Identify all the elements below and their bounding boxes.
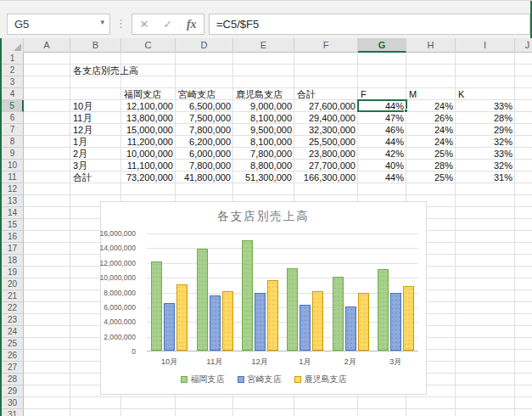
chevron-down-icon[interactable]: ▾ [100, 18, 104, 26]
cell-H8[interactable]: 24% [406, 136, 456, 148]
cell-G7[interactable]: 46% [358, 124, 406, 136]
sales-chart[interactable]: 各支店別売上高 02,000,0004,000,0006,000,0008,00… [100, 201, 427, 395]
cell-C9[interactable]: 10,000,000 [121, 148, 176, 160]
row-header-9[interactable]: 9 [2, 148, 24, 160]
cell-F5[interactable]: 27,600,000 [294, 100, 358, 112]
cell-E5[interactable]: 9,000,000 [233, 100, 294, 112]
name-box[interactable]: G5 ▾ [7, 14, 110, 35]
row-header-10[interactable]: 10 [2, 160, 24, 171]
cell-E6[interactable]: 8,100,000 [233, 112, 294, 124]
cell-B2[interactable]: 各支店別売上高 [70, 65, 172, 76]
cell-C11[interactable]: 73,200,000 [121, 171, 176, 183]
cell-H5[interactable]: 24% [406, 100, 456, 112]
cell-C10[interactable]: 11,100,000 [121, 160, 176, 171]
cell-G6[interactable]: 47% [358, 112, 406, 124]
cell-F10[interactable]: 27,700,000 [294, 160, 358, 171]
row-header-5[interactable]: 5 [2, 100, 24, 112]
cell-I8[interactable]: 32% [456, 136, 515, 148]
cell-F11[interactable]: 166,300,000 [294, 171, 358, 183]
cell-D5[interactable]: 6,500,000 [176, 100, 233, 112]
row-header-31[interactable]: 31 [2, 409, 24, 416]
cell-G11[interactable]: 44% [358, 171, 406, 183]
cancel-icon[interactable]: ✕ [139, 18, 148, 31]
row-header-29[interactable]: 29 [2, 385, 24, 397]
cell-E9[interactable]: 7,800,000 [233, 148, 294, 160]
select-all-corner[interactable] [2, 38, 24, 53]
cell-I6[interactable]: 28% [456, 112, 515, 124]
insert-function-icon[interactable]: fx [187, 18, 197, 31]
row-header-27[interactable]: 27 [2, 362, 24, 374]
column-header-E[interactable]: E [233, 38, 294, 53]
cell-F8[interactable]: 25,500,000 [294, 136, 358, 148]
formula-input[interactable]: =C5/$F5 [209, 14, 530, 35]
cell-D6[interactable]: 7,500,000 [176, 112, 233, 124]
row-header-11[interactable]: 11 [2, 171, 24, 183]
cell-D9[interactable]: 6,000,000 [176, 148, 233, 160]
cell-F6[interactable]: 29,400,000 [294, 112, 358, 124]
row-header-14[interactable]: 14 [2, 207, 24, 219]
row-header-13[interactable]: 13 [2, 195, 24, 207]
row-header-23[interactable]: 23 [2, 314, 24, 326]
row-header-4[interactable]: 4 [2, 88, 24, 100]
row-header-22[interactable]: 22 [2, 302, 24, 314]
cell-F7[interactable]: 32,300,000 [294, 124, 358, 136]
row-header-19[interactable]: 19 [2, 267, 24, 278]
row-header-28[interactable]: 28 [2, 374, 24, 385]
row-header-16[interactable]: 16 [2, 231, 24, 243]
row-header-6[interactable]: 6 [2, 112, 24, 124]
row-header-12[interactable]: 12 [2, 183, 24, 195]
row-header-15[interactable]: 15 [2, 219, 24, 231]
column-header-I[interactable]: I [456, 38, 515, 53]
cell-G10[interactable]: 40% [358, 160, 406, 171]
cell-E11[interactable]: 51,300,000 [233, 171, 294, 183]
column-header-H[interactable]: H [406, 38, 456, 53]
row-header-2[interactable]: 2 [2, 65, 24, 76]
row-header-17[interactable]: 17 [2, 243, 24, 255]
cell-E7[interactable]: 9,500,000 [233, 124, 294, 136]
confirm-icon[interactable]: ✓ [163, 18, 172, 31]
cell-E10[interactable]: 8,800,000 [233, 160, 294, 171]
row-header-7[interactable]: 7 [2, 124, 24, 136]
column-header-J[interactable]: J [515, 38, 532, 53]
cell-C7[interactable]: 15,000,000 [121, 124, 176, 136]
cell-G8[interactable]: 44% [358, 136, 406, 148]
row-header-30[interactable]: 30 [2, 397, 24, 409]
cell-H9[interactable]: 25% [406, 148, 456, 160]
cell-I11[interactable]: 31% [456, 171, 515, 183]
cell-I7[interactable]: 29% [456, 124, 515, 136]
row-header-18[interactable]: 18 [2, 255, 24, 267]
cell-D11[interactable]: 41,800,000 [176, 171, 233, 183]
column-header-A[interactable]: A [24, 38, 70, 53]
cell-F9[interactable]: 23,800,000 [294, 148, 358, 160]
cell-D10[interactable]: 7,800,000 [176, 160, 233, 171]
row-header-3[interactable]: 3 [2, 76, 24, 88]
fill-handle[interactable] [404, 109, 408, 113]
row-header-26[interactable]: 26 [2, 350, 24, 362]
cell-H10[interactable]: 28% [406, 160, 456, 171]
row-header-20[interactable]: 20 [2, 278, 24, 290]
cell-C6[interactable]: 13,800,000 [121, 112, 176, 124]
cell-H6[interactable]: 26% [406, 112, 456, 124]
cell-I9[interactable]: 33% [456, 148, 515, 160]
cell-I5[interactable]: 33% [456, 100, 515, 112]
cell-D7[interactable]: 7,800,000 [176, 124, 233, 136]
column-header-C[interactable]: C [121, 38, 176, 53]
spreadsheet-grid[interactable]: 各支店別売上高 02,000,0004,000,0006,000,0008,00… [0, 38, 532, 416]
cell-I4[interactable]: K [456, 88, 532, 100]
cell-C5[interactable]: 12,100,000 [121, 100, 176, 112]
column-header-F[interactable]: F [294, 38, 358, 53]
row-header-25[interactable]: 25 [2, 338, 24, 350]
cell-C8[interactable]: 11,200,000 [121, 136, 176, 148]
column-header-G[interactable]: G [358, 38, 406, 53]
cell-H11[interactable]: 25% [406, 171, 456, 183]
cell-G9[interactable]: 42% [358, 148, 406, 160]
row-header-24[interactable]: 24 [2, 326, 24, 338]
cell-H7[interactable]: 24% [406, 124, 456, 136]
row-header-8[interactable]: 8 [2, 136, 24, 148]
row-header-21[interactable]: 21 [2, 290, 24, 302]
column-header-B[interactable]: B [70, 38, 121, 53]
cell-D8[interactable]: 6,200,000 [176, 136, 233, 148]
column-header-D[interactable]: D [176, 38, 233, 53]
cell-I10[interactable]: 32% [456, 160, 515, 171]
cell-E8[interactable]: 8,100,000 [233, 136, 294, 148]
